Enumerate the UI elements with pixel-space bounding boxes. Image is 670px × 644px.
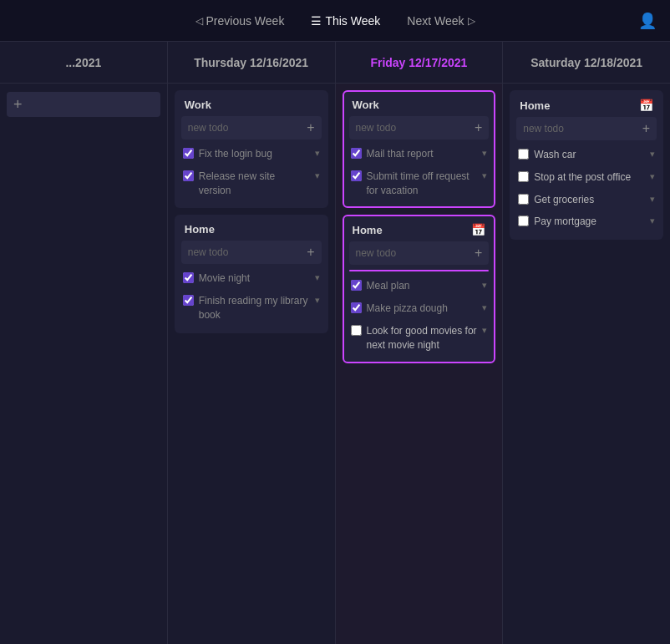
task-item: Stop at the post office ▾ [516,168,657,187]
card-sat-home: Home 📅 new todo + Wash car ▾ Stop at the… [510,90,663,240]
task-expand-t10[interactable]: ▾ [650,149,655,160]
task-text-t13: Pay mortgage [534,215,645,229]
task-text-t9: Look for good movies for next movie nigh… [367,324,478,352]
column-fri: Work new todo + Mail that report ▾ Submi… [336,84,504,644]
task-checkbox-t1[interactable] [183,148,194,159]
this-week-label: This Week [325,14,380,28]
task-checkbox-t9[interactable] [351,325,362,336]
card-sat-home-title: Home [520,99,550,112]
task-checkbox-t12[interactable] [518,194,529,205]
add-icon-wed: + [13,97,23,112]
task-expand-t9[interactable]: ▾ [482,325,487,336]
task-item: Make pizza dough ▾ [349,299,490,318]
task-text-t7: Meal plan [367,279,478,293]
divider-fri-home [349,270,490,271]
add-todo-fri-work-button[interactable]: + [475,121,482,134]
date-header-row: ...2021 Thursday 12/16/2021 Friday 12/17… [0,42,670,84]
card-thu-home-title: Home [185,223,215,236]
add-todo-thu-home-button[interactable]: + [307,246,314,259]
card-thu-work-header: Work [176,92,327,116]
top-nav: ◁ Previous Week ☰ This Week Next Week ▷ … [0,0,670,42]
task-item: Movie night ▾ [181,269,322,288]
task-text-t4: Finish reading my library book [199,294,310,322]
new-todo-fri-home[interactable]: new todo + [349,241,490,265]
task-list-fri-home: Meal plan ▾ Make pizza dough ▾ Look for … [344,276,495,361]
next-week-label: Next Week [407,14,464,28]
card-thu-home: Home new todo + Movie night ▾ Finish rea… [175,215,328,332]
task-checkbox-t13[interactable] [518,216,529,226]
new-todo-sat-home-text: new todo [523,123,564,134]
task-expand-t8[interactable]: ▾ [482,302,487,313]
task-list-sat-home: Wash car ▾ Stop at the post office ▾ Get… [511,145,662,238]
task-expand-t7[interactable]: ▾ [482,280,487,291]
task-expand-t5[interactable]: ▾ [482,148,487,159]
task-expand-t13[interactable]: ▾ [650,216,655,226]
task-item: Mail that report ▾ [349,145,490,164]
calendar-body: + Work new todo + Fix the login bug ▾ [0,84,670,644]
task-checkbox-t7[interactable] [351,280,362,291]
task-item: Pay mortgage ▾ [516,212,657,231]
task-list-thu-work: Fix the login bug ▾ Release new site ver… [176,145,327,206]
new-todo-fri-work[interactable]: new todo + [349,116,490,139]
task-text-t11: Stop at the post office [534,170,645,185]
card-thu-work: Work new todo + Fix the login bug ▾ Rele… [175,90,328,208]
avatar-button[interactable]: 👤 [638,12,657,30]
task-expand-t11[interactable]: ▾ [650,171,655,182]
card-fri-home-title: Home [353,224,383,236]
task-checkbox-t5[interactable] [351,148,362,159]
task-list-fri-work: Mail that report ▾ Submit time off reque… [344,145,495,206]
card-fri-work-header: Work [344,92,495,116]
task-item: Finish reading my library book ▾ [181,292,322,325]
new-todo-fri-home-text: new todo [356,247,397,259]
new-todo-thu-work[interactable]: new todo + [181,116,322,139]
task-expand-t6[interactable]: ▾ [482,170,487,181]
card-thu-home-header: Home [176,216,327,241]
date-col-thu: Thursday 12/16/2021 [168,42,336,83]
task-text-t5: Mail that report [367,147,478,161]
task-text-t1: Fix the login bug [199,147,310,161]
column-thu: Work new todo + Fix the login bug ▾ Rele… [168,84,336,644]
this-week-button[interactable]: ☰ This Week [311,14,380,28]
prev-week-button[interactable]: ◁ Previous Week [195,14,285,28]
card-fri-home: Home 📅 new todo + Meal plan ▾ Make pizza… [343,215,496,363]
card-fri-work: Work new todo + Mail that report ▾ Submi… [343,90,496,208]
new-todo-sat-home[interactable]: new todo + [516,117,657,140]
date-col-sat: Saturday 12/18/2021 [503,42,670,83]
task-expand-t12[interactable]: ▾ [650,194,655,205]
add-todo-sat-home-button[interactable]: + [642,122,650,135]
task-item: Meal plan ▾ [349,276,490,296]
task-expand-t2[interactable]: ▾ [315,170,320,181]
task-checkbox-t6[interactable] [351,170,362,181]
task-checkbox-t3[interactable] [183,272,194,283]
new-todo-thu-home-text: new todo [188,246,229,258]
date-col-fri: Friday 12/17/2021 [336,42,504,83]
card-sat-home-header: Home 📅 [511,92,662,117]
new-todo-fri-work-text: new todo [356,122,397,134]
task-checkbox-t10[interactable] [518,149,529,160]
add-todo-fri-home-button[interactable]: + [475,246,482,260]
task-checkbox-t4[interactable] [183,295,194,306]
column-wed: + [0,84,168,644]
task-checkbox-t2[interactable] [183,170,194,181]
task-text-t8: Make pizza dough [367,302,478,316]
add-new-wed[interactable]: + [7,92,160,117]
date-col-wed: ...2021 [0,42,168,83]
next-week-button[interactable]: Next Week ▷ [407,14,475,28]
task-checkbox-t11[interactable] [518,171,529,182]
prev-week-label: Previous Week [206,14,285,28]
card-thu-work-title: Work [185,99,211,111]
calendar-icon-fri-home[interactable]: 📅 [471,223,485,236]
card-fri-work-title: Work [353,99,379,111]
task-text-t6: Submit time off request for vacation [367,170,478,198]
card-fri-home-header: Home 📅 [344,216,495,241]
task-checkbox-t8[interactable] [351,302,362,313]
task-item: Get groceries ▾ [516,190,657,210]
add-todo-thu-work-button[interactable]: + [307,121,314,134]
task-expand-t1[interactable]: ▾ [315,148,320,159]
new-todo-thu-home[interactable]: new todo + [181,241,322,264]
task-expand-t3[interactable]: ▾ [315,272,320,283]
next-chevron-icon: ▷ [468,15,475,27]
column-sat: Home 📅 new todo + Wash car ▾ Stop at the… [503,84,670,644]
calendar-icon-sat-home[interactable]: 📅 [639,99,653,112]
task-expand-t4[interactable]: ▾ [315,295,320,306]
